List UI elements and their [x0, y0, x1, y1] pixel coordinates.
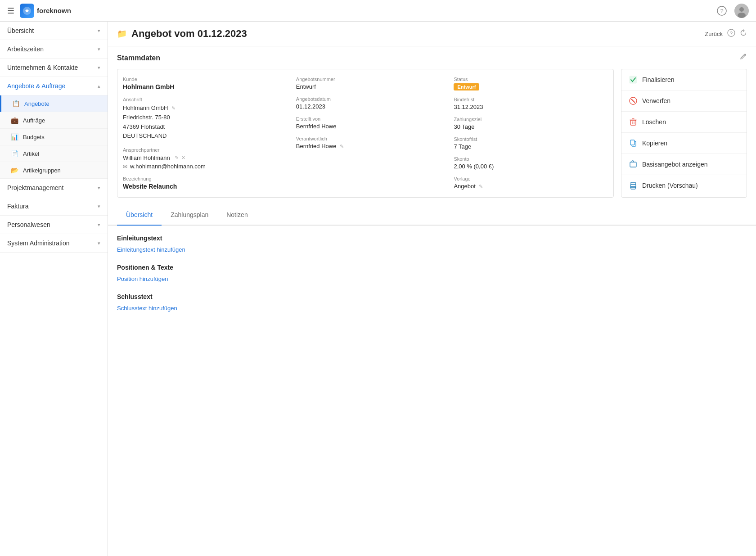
- edit-button[interactable]: [740, 54, 747, 63]
- ansprechpartner-row: William Hohlmann ✎ ✕: [123, 154, 292, 161]
- chevron-down-icon: ▾: [98, 240, 100, 246]
- finalisieren-button[interactable]: Finalisieren: [621, 69, 747, 90]
- kopieren-button[interactable]: Kopieren: [621, 133, 747, 154]
- svg-rect-18: [630, 162, 636, 167]
- sidebar-sub-item-angebote[interactable]: 📋 Angebote: [0, 95, 108, 112]
- finalisieren-label: Finalisieren: [642, 76, 675, 83]
- tab-ubersicht[interactable]: Übersicht: [117, 205, 162, 226]
- drucken-button[interactable]: Drucken (Vorschau): [621, 175, 747, 196]
- positionen-section: Positionen & Texte Position hinzufügen: [117, 264, 747, 282]
- angebotsnummer-label: Angebotsnummer: [296, 77, 450, 82]
- sidebar-sub-item-auftrage[interactable]: 💼 Aufträge: [0, 112, 108, 129]
- sidebar-item-systemadmin[interactable]: System Administration ▾: [0, 234, 108, 253]
- document-icon: 📄: [11, 150, 18, 157]
- sidebar-sub-item-artikel[interactable]: 📄 Artikel: [0, 145, 108, 162]
- ansprechpartner-edit-icon[interactable]: ✎: [175, 155, 179, 161]
- schlusstext-add-link[interactable]: Schlusstext hinzufügen: [117, 305, 177, 312]
- schlusstext-title: Schlusstext: [117, 293, 747, 300]
- section-title: Stammdaten: [117, 54, 160, 62]
- finalisieren-icon: [629, 75, 638, 84]
- address-line2: Friedrichstr. 75-80: [123, 113, 292, 122]
- positionen-add-link[interactable]: Position hinzufügen: [117, 276, 168, 282]
- refresh-button[interactable]: [740, 29, 747, 38]
- chevron-down-icon: ▾: [98, 185, 100, 191]
- main-info-card: Kunde Hohlmann GmbH Anschrift Hohlmann G…: [117, 69, 614, 198]
- zahlungsziel-value: 30 Tage: [454, 123, 608, 130]
- skonto-label: Skonto: [454, 156, 608, 162]
- zahlungsziel-label: Zahlungsziel: [454, 117, 608, 122]
- address-block: Hohlmann GmbH ✎ Friedrichstr. 75-80 4736…: [123, 104, 292, 141]
- kopieren-label: Kopieren: [642, 140, 667, 147]
- loschen-button[interactable]: Löschen: [621, 112, 747, 133]
- tab-content: Einleitungstext Einleitungstext hinzufüg…: [108, 226, 756, 331]
- topbar-left: ☰ foreknown: [7, 4, 71, 18]
- field-col-3: Status Entwurf Bindefrist 31.12.2023 Zah…: [454, 77, 608, 190]
- basisangebot-button[interactable]: Basisangebot anzeigen: [621, 154, 747, 175]
- sidebar-item-faktura[interactable]: Faktura ▾: [0, 197, 108, 216]
- vorlage-row: Angebot ✎: [454, 183, 608, 190]
- vorlage-edit-icon[interactable]: ✎: [479, 184, 483, 189]
- einleitungstext-add-link[interactable]: Einleitungstext hinzufügen: [117, 246, 185, 253]
- svg-point-5: [738, 13, 746, 18]
- einleitungstext-title: Einleitungstext: [117, 235, 747, 242]
- loschen-icon: [629, 118, 638, 127]
- address-line3: 47369 Flohstadt: [123, 122, 292, 132]
- svg-line-10: [632, 99, 635, 103]
- sidebar-item-label: Personalwesen: [7, 221, 50, 228]
- address-edit-icon[interactable]: ✎: [171, 105, 176, 111]
- action-panel: Finalisieren Verwerfen: [621, 69, 747, 198]
- svg-point-4: [739, 7, 744, 12]
- back-button[interactable]: Zurück: [705, 31, 723, 37]
- chevron-down-icon: ▾: [98, 222, 100, 228]
- sidebar-item-label: Faktura: [7, 203, 28, 210]
- page-header: 📁 Angebot vom 01.12.2023 Zurück ?: [108, 22, 756, 46]
- hamburger-menu[interactable]: ☰: [7, 6, 14, 16]
- tab-notizen[interactable]: Notizen: [217, 205, 256, 226]
- sidebar-sub-item-artikelgruppen[interactable]: 📂 Artikelgruppen: [0, 162, 108, 179]
- ansprechpartner-label: Ansprechpartner: [123, 147, 292, 153]
- kopieren-icon: [629, 139, 638, 148]
- positionen-title: Positionen & Texte: [117, 264, 747, 271]
- sidebar-sub-item-budgets[interactable]: 📊 Budgets: [0, 129, 108, 145]
- email-icon: ✉: [123, 163, 127, 170]
- sidebar-item-label: Projektmanagement: [7, 184, 63, 191]
- bezeichnung-label: Bezeichnung: [123, 176, 292, 181]
- sidebar-item-unternehmen[interactable]: Unternehmen & Kontakte ▾: [0, 59, 108, 77]
- sidebar-sub-menu: 📋 Angebote 💼 Aufträge 📊 Budgets 📄 Artike…: [0, 95, 108, 179]
- topbar-right: ?: [715, 4, 749, 18]
- page-actions: Zurück ?: [705, 29, 747, 39]
- verantwortlich-row: Bernfried Howe ✎: [296, 143, 450, 149]
- help-icon[interactable]: ?: [715, 4, 729, 18]
- topbar: ☰ foreknown ?: [0, 0, 756, 22]
- sidebar-sub-label: Budgets: [23, 134, 45, 140]
- verantwortlich-edit-icon[interactable]: ✎: [340, 144, 344, 149]
- svg-text:?: ?: [720, 8, 723, 14]
- sidebar-sub-label: Artikelgruppen: [23, 167, 61, 174]
- content-area: 📁 Angebot vom 01.12.2023 Zurück ?: [108, 22, 756, 556]
- avatar[interactable]: [734, 4, 749, 18]
- help-button[interactable]: ?: [727, 29, 735, 39]
- page-icon: 📁: [117, 29, 127, 39]
- angebotsdatum-value: 01.12.2023: [296, 103, 450, 110]
- address-line1: Hohlmann GmbH ✎: [123, 104, 292, 113]
- angebotsnummer-value: Entwurf: [296, 83, 450, 90]
- verwerfen-button[interactable]: Verwerfen: [621, 90, 747, 112]
- anschrift-label: Anschrift: [123, 97, 292, 102]
- stammdaten-section: Stammdaten Kunde Hohlmann Gmb: [108, 46, 756, 205]
- chevron-down-icon: ▾: [98, 65, 100, 71]
- sidebar-item-projektmanagement[interactable]: Projektmanagement ▾: [0, 179, 108, 197]
- status-label: Status: [454, 77, 608, 82]
- chevron-up-icon: ▴: [98, 83, 100, 89]
- sidebar: Übersicht ▾ Arbeitszeiten ▾ Unternehmen …: [0, 22, 108, 556]
- angebotsdatum-label: Angebotsdatum: [296, 96, 450, 102]
- sidebar-item-ubersicht[interactable]: Übersicht ▾: [0, 22, 108, 40]
- erstellt-value: Bernfried Howe: [296, 123, 450, 130]
- field-col-1: Kunde Hohlmann GmbH Anschrift Hohlmann G…: [123, 77, 292, 190]
- loschen-label: Löschen: [642, 118, 666, 126]
- ansprechpartner-remove-icon[interactable]: ✕: [181, 155, 185, 161]
- svg-text:?: ?: [730, 31, 733, 36]
- tab-zahlungsplan[interactable]: Zahlungsplan: [162, 205, 217, 226]
- sidebar-item-angebote[interactable]: Angebote & Aufträge ▴: [0, 77, 108, 95]
- sidebar-item-arbeitszeiten[interactable]: Arbeitszeiten ▾: [0, 40, 108, 59]
- sidebar-item-personalwesen[interactable]: Personalwesen ▾: [0, 216, 108, 234]
